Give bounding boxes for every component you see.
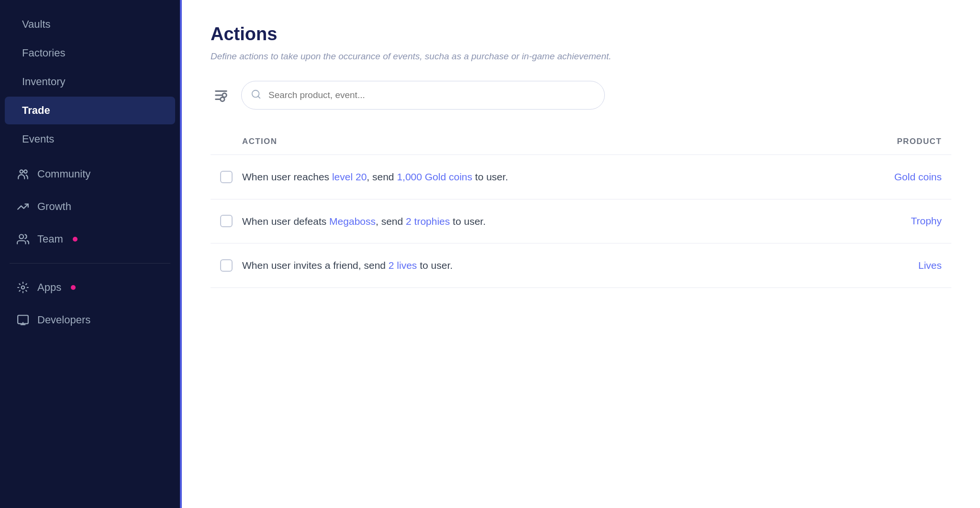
team-icon: [16, 232, 30, 246]
sidebar-item-team[interactable]: Team: [5, 224, 175, 254]
community-label: Community: [37, 168, 90, 180]
header-product: PRODUCT: [856, 137, 942, 146]
vaults-label: Vaults: [22, 18, 51, 31]
apps-icon: [16, 281, 30, 294]
svg-point-1: [24, 170, 27, 173]
svg-point-8: [223, 93, 227, 98]
svg-point-2: [19, 234, 23, 239]
svg-point-9: [221, 97, 225, 101]
community-icon: [16, 167, 30, 181]
actions-table: ACTION PRODUCT When user reaches level 2…: [211, 129, 951, 288]
apps-dot: [71, 285, 76, 290]
inventory-label: Inventory: [22, 76, 66, 88]
growth-icon: [16, 200, 30, 213]
events-label: Events: [22, 133, 54, 145]
row3-checkbox[interactable]: [220, 259, 233, 272]
row1-action-col: When user reaches level 20, send 1,000 G…: [220, 169, 856, 185]
row1-highlight2: 1,000: [397, 171, 422, 182]
search-input[interactable]: [241, 81, 605, 110]
table-row: When user invites a friend, send 2 lives…: [211, 243, 951, 288]
page-subtitle: Define actions to take upon the occuranc…: [211, 51, 951, 62]
row2-action-col: When user defeats Megaboss, send 2 troph…: [220, 214, 856, 229]
sidebar-item-inventory[interactable]: Inventory: [5, 68, 175, 96]
table-row: When user defeats Megaboss, send 2 troph…: [211, 199, 951, 244]
row3-highlight1: 2 lives: [389, 260, 417, 271]
row1-product: Gold coins: [856, 171, 942, 183]
filter-button[interactable]: [211, 85, 232, 106]
row1-text: When user reaches level 20, send 1,000 G…: [242, 169, 508, 185]
page-title: Actions: [211, 24, 951, 44]
row2-highlight2: 2 trophies: [406, 216, 450, 227]
sidebar-item-developers[interactable]: Developers: [5, 305, 175, 335]
row1-highlight3: Gold coins: [425, 171, 472, 182]
row2-product: Trophy: [856, 215, 942, 227]
table-row: When user reaches level 20, send 1,000 G…: [211, 155, 951, 199]
developers-label: Developers: [37, 314, 90, 326]
factories-label: Factories: [22, 47, 65, 59]
content-area: Actions Define actions to take upon the …: [182, 0, 980, 508]
row2-text: When user defeats Megaboss, send 2 troph…: [242, 214, 486, 229]
team-label: Team: [37, 233, 63, 245]
main-area: Actions Define actions to take upon the …: [182, 0, 980, 508]
sidebar-divider: [10, 263, 170, 264]
team-dot: [73, 237, 78, 242]
row3-text: When user invites a friend, send 2 lives…: [242, 258, 453, 273]
apps-label: Apps: [37, 281, 61, 294]
svg-line-11: [258, 96, 260, 98]
sidebar-item-community[interactable]: Community: [5, 159, 175, 189]
header-action: ACTION: [220, 135, 856, 148]
sidebar-item-growth[interactable]: Growth: [5, 191, 175, 222]
row2-highlight1: Megaboss: [329, 216, 376, 227]
sidebar: Vaults Factories Inventory Trade Events …: [0, 0, 182, 508]
row2-checkbox[interactable]: [220, 215, 233, 227]
sidebar-item-factories[interactable]: Factories: [5, 39, 175, 67]
row3-product: Lives: [856, 260, 942, 271]
sidebar-item-vaults[interactable]: Vaults: [5, 11, 175, 38]
search-icon: [251, 89, 261, 101]
table-header: ACTION PRODUCT: [211, 129, 951, 155]
trade-label: Trade: [22, 104, 50, 117]
row3-action-col: When user invites a friend, send 2 lives…: [220, 258, 856, 273]
sidebar-item-events[interactable]: Events: [5, 125, 175, 153]
sidebar-item-apps[interactable]: Apps: [5, 272, 175, 303]
search-input-wrapper: [241, 81, 605, 110]
developers-icon: [16, 313, 30, 327]
sidebar-item-trade[interactable]: Trade: [5, 97, 175, 124]
row1-highlight1: level 20: [332, 171, 367, 182]
row1-checkbox[interactable]: [220, 171, 233, 183]
search-bar-row: [211, 81, 951, 110]
growth-label: Growth: [37, 200, 71, 213]
svg-point-3: [22, 286, 25, 289]
svg-point-0: [20, 170, 23, 173]
